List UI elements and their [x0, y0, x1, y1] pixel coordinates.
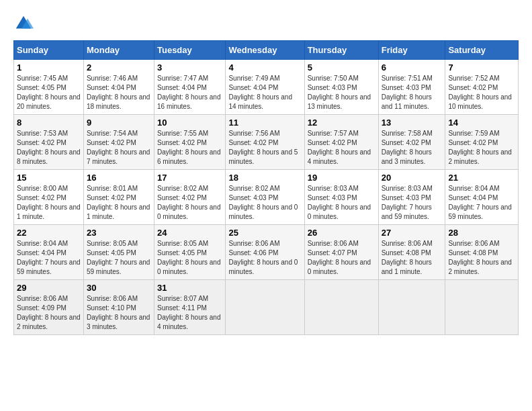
day-number: 4 [228, 62, 301, 73]
week-row-5: 29 Sunrise: 8:06 AMSunset: 4:09 PMDaylig… [14, 280, 519, 335]
day-info: Sunrise: 7:54 AMSunset: 4:02 PMDaylight:… [87, 130, 150, 165]
day-cell: 23 Sunrise: 8:05 AMSunset: 4:05 PMDaylig… [83, 225, 154, 280]
day-number: 13 [382, 118, 443, 128]
day-number: 24 [157, 228, 222, 238]
day-cell: 21 Sunrise: 8:04 AMSunset: 4:04 PMDaylig… [445, 170, 519, 225]
day-number: 15 [17, 173, 81, 183]
day-number: 22 [17, 228, 81, 238]
day-number: 12 [308, 118, 375, 128]
day-info: Sunrise: 8:05 AMSunset: 4:05 PMDaylight:… [157, 240, 221, 275]
day-info: Sunrise: 7:57 AMSunset: 4:02 PMDaylight:… [308, 130, 371, 165]
day-cell [445, 280, 519, 335]
day-info: Sunrise: 8:02 AMSunset: 4:02 PMDaylight:… [157, 185, 221, 220]
day-number: 14 [448, 118, 515, 128]
day-info: Sunrise: 8:03 AMSunset: 4:03 PMDaylight:… [308, 185, 371, 220]
calendar-table: SundayMondayTuesdayWednesdayThursdayFrid… [13, 40, 519, 335]
day-cell: 4 Sunrise: 7:49 AMSunset: 4:04 PMDayligh… [226, 60, 304, 115]
day-cell: 2 Sunrise: 7:46 AMSunset: 4:04 PMDayligh… [83, 60, 154, 115]
day-number: 20 [382, 173, 443, 183]
day-cell: 31 Sunrise: 8:07 AMSunset: 4:11 PMDaylig… [154, 280, 225, 335]
day-cell: 13 Sunrise: 7:58 AMSunset: 4:02 PMDaylig… [378, 115, 445, 170]
day-cell: 27 Sunrise: 8:06 AMSunset: 4:08 PMDaylig… [378, 225, 445, 280]
day-cell: 20 Sunrise: 8:03 AMSunset: 4:03 PMDaylig… [378, 170, 445, 225]
day-info: Sunrise: 7:51 AMSunset: 4:03 PMDaylight:… [382, 75, 433, 110]
day-number: 31 [157, 283, 222, 293]
column-header-sunday: Sunday [14, 41, 84, 60]
column-header-saturday: Saturday [445, 41, 519, 60]
day-number: 5 [308, 62, 375, 73]
day-info: Sunrise: 7:52 AMSunset: 4:02 PMDaylight:… [448, 75, 512, 110]
column-header-wednesday: Wednesday [226, 41, 304, 60]
day-cell: 26 Sunrise: 8:06 AMSunset: 4:07 PMDaylig… [304, 225, 378, 280]
day-number: 28 [448, 228, 515, 238]
day-cell: 30 Sunrise: 8:06 AMSunset: 4:10 PMDaylig… [83, 280, 154, 335]
day-number: 18 [228, 173, 301, 183]
day-info: Sunrise: 8:06 AMSunset: 4:09 PMDaylight:… [17, 295, 81, 330]
day-cell: 29 Sunrise: 8:06 AMSunset: 4:09 PMDaylig… [14, 280, 84, 335]
day-info: Sunrise: 8:04 AMSunset: 4:04 PMDaylight:… [17, 240, 81, 275]
day-info: Sunrise: 8:06 AMSunset: 4:10 PMDaylight:… [87, 295, 150, 330]
header-row: SundayMondayTuesdayWednesdayThursdayFrid… [14, 41, 519, 60]
day-info: Sunrise: 8:06 AMSunset: 4:08 PMDaylight:… [448, 240, 512, 275]
day-cell: 15 Sunrise: 8:00 AMSunset: 4:02 PMDaylig… [14, 170, 84, 225]
day-number: 7 [448, 62, 515, 73]
day-cell: 5 Sunrise: 7:50 AMSunset: 4:03 PMDayligh… [304, 60, 378, 115]
week-row-2: 8 Sunrise: 7:53 AMSunset: 4:02 PMDayligh… [14, 115, 519, 170]
day-cell: 25 Sunrise: 8:06 AMSunset: 4:06 PMDaylig… [226, 225, 304, 280]
day-number: 27 [382, 228, 443, 238]
day-info: Sunrise: 8:06 AMSunset: 4:07 PMDaylight:… [308, 240, 371, 275]
page-header [13, 13, 519, 34]
day-cell: 16 Sunrise: 8:01 AMSunset: 4:02 PMDaylig… [83, 170, 154, 225]
day-number: 8 [17, 118, 81, 128]
column-header-tuesday: Tuesday [154, 41, 225, 60]
logo-icon [13, 13, 34, 34]
column-header-thursday: Thursday [304, 41, 378, 60]
day-info: Sunrise: 7:55 AMSunset: 4:02 PMDaylight:… [157, 130, 221, 165]
day-cell: 14 Sunrise: 7:59 AMSunset: 4:02 PMDaylig… [445, 115, 519, 170]
day-cell: 1 Sunrise: 7:45 AMSunset: 4:05 PMDayligh… [14, 60, 84, 115]
day-cell: 10 Sunrise: 7:55 AMSunset: 4:02 PMDaylig… [154, 115, 225, 170]
day-cell: 12 Sunrise: 7:57 AMSunset: 4:02 PMDaylig… [304, 115, 378, 170]
day-info: Sunrise: 7:49 AMSunset: 4:04 PMDaylight:… [228, 75, 292, 110]
day-number: 1 [17, 62, 81, 73]
week-row-4: 22 Sunrise: 8:04 AMSunset: 4:04 PMDaylig… [14, 225, 519, 280]
column-header-friday: Friday [378, 41, 445, 60]
day-number: 21 [448, 173, 515, 183]
day-cell: 22 Sunrise: 8:04 AMSunset: 4:04 PMDaylig… [14, 225, 84, 280]
day-number: 11 [228, 118, 301, 128]
day-cell: 9 Sunrise: 7:54 AMSunset: 4:02 PMDayligh… [83, 115, 154, 170]
day-cell: 8 Sunrise: 7:53 AMSunset: 4:02 PMDayligh… [14, 115, 84, 170]
day-cell: 11 Sunrise: 7:56 AMSunset: 4:02 PMDaylig… [226, 115, 304, 170]
day-number: 25 [228, 228, 301, 238]
day-info: Sunrise: 7:56 AMSunset: 4:02 PMDaylight:… [228, 130, 298, 165]
day-info: Sunrise: 8:00 AMSunset: 4:02 PMDaylight:… [17, 185, 81, 220]
day-info: Sunrise: 7:58 AMSunset: 4:02 PMDaylight:… [382, 130, 433, 165]
day-cell: 6 Sunrise: 7:51 AMSunset: 4:03 PMDayligh… [378, 60, 445, 115]
day-number: 17 [157, 173, 222, 183]
day-info: Sunrise: 7:46 AMSunset: 4:04 PMDaylight:… [87, 75, 150, 110]
week-row-3: 15 Sunrise: 8:00 AMSunset: 4:02 PMDaylig… [14, 170, 519, 225]
day-cell: 18 Sunrise: 8:02 AMSunset: 4:03 PMDaylig… [226, 170, 304, 225]
day-cell: 17 Sunrise: 8:02 AMSunset: 4:02 PMDaylig… [154, 170, 225, 225]
day-cell: 3 Sunrise: 7:47 AMSunset: 4:04 PMDayligh… [154, 60, 225, 115]
week-row-1: 1 Sunrise: 7:45 AMSunset: 4:05 PMDayligh… [14, 60, 519, 115]
day-number: 23 [87, 228, 151, 238]
day-info: Sunrise: 7:50 AMSunset: 4:03 PMDaylight:… [308, 75, 371, 110]
column-header-monday: Monday [83, 41, 154, 60]
day-info: Sunrise: 7:53 AMSunset: 4:02 PMDaylight:… [17, 130, 81, 165]
day-number: 9 [87, 118, 151, 128]
day-cell: 7 Sunrise: 7:52 AMSunset: 4:02 PMDayligh… [445, 60, 519, 115]
day-info: Sunrise: 7:45 AMSunset: 4:05 PMDaylight:… [17, 75, 81, 110]
day-cell [226, 280, 304, 335]
day-number: 3 [157, 62, 222, 73]
day-number: 30 [87, 283, 151, 293]
day-number: 29 [17, 283, 81, 293]
day-info: Sunrise: 8:06 AMSunset: 4:06 PMDaylight:… [228, 240, 298, 275]
day-number: 2 [87, 62, 151, 73]
day-info: Sunrise: 7:47 AMSunset: 4:04 PMDaylight:… [157, 75, 221, 110]
day-number: 19 [308, 173, 375, 183]
day-info: Sunrise: 8:03 AMSunset: 4:03 PMDaylight:… [382, 185, 433, 220]
day-cell: 19 Sunrise: 8:03 AMSunset: 4:03 PMDaylig… [304, 170, 378, 225]
day-number: 26 [308, 228, 375, 238]
day-number: 16 [87, 173, 151, 183]
